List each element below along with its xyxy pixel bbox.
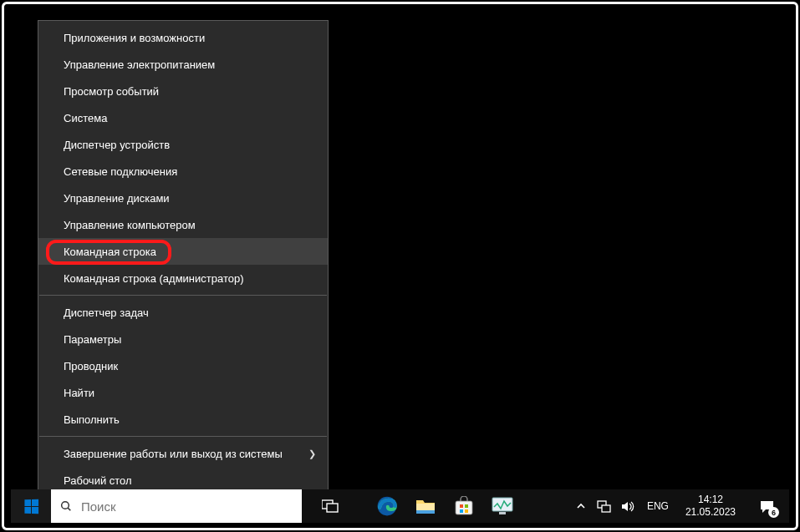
menu-item-label: Командная строка (администратор) [64, 272, 244, 285]
menu-power-options[interactable]: Управление электропитанием [38, 51, 328, 78]
menu-file-explorer[interactable]: Проводник [38, 352, 328, 379]
menu-shutdown-signout[interactable]: Завершение работы или выход из системы ❯ [38, 440, 328, 467]
taskbar-app-explorer[interactable] [407, 489, 444, 523]
menu-item-label: Система [64, 112, 107, 124]
menu-command-prompt[interactable]: Командная строка [38, 238, 328, 265]
menu-item-label: Сетевые подключения [64, 165, 177, 178]
menu-item-label: Параметры [64, 333, 121, 346]
menu-network-connections[interactable]: Сетевые подключения [38, 158, 328, 185]
menu-search[interactable]: Найти [38, 379, 328, 406]
menu-separator [39, 295, 327, 296]
menu-item-label: Проводник [64, 360, 118, 372]
search-icon [59, 499, 73, 513]
chevron-right-icon: ❯ [308, 448, 316, 459]
svg-rect-10 [460, 509, 463, 513]
menu-computer-management[interactable]: Управление компьютером [38, 211, 328, 238]
menu-item-label: Диспетчер задач [64, 307, 149, 319]
windows-logo-icon [24, 499, 38, 514]
network-icon [597, 499, 611, 514]
menu-item-label: Диспетчер устройств [64, 139, 170, 151]
taskbar-app-monitor[interactable] [484, 489, 521, 523]
svg-rect-3 [327, 504, 338, 512]
task-view-icon [322, 499, 339, 513]
clock-time: 14:12 [685, 494, 736, 506]
tray-chevron-up[interactable] [573, 499, 589, 514]
system-tray: ENG 14:12 21.05.2023 6 [573, 489, 789, 523]
start-button[interactable] [11, 489, 51, 523]
svg-line-1 [68, 508, 70, 510]
menu-separator [39, 436, 327, 437]
volume-icon [620, 499, 634, 514]
menu-item-label: Приложения и возможности [64, 32, 205, 44]
svg-rect-7 [456, 501, 472, 514]
svg-rect-6 [416, 510, 435, 514]
tray-language[interactable]: ENG [644, 500, 672, 512]
menu-item-label: Управление электропитанием [64, 58, 215, 71]
svg-rect-8 [460, 504, 463, 508]
menu-item-label: Найти [64, 387, 94, 399]
menu-item-label: Командная строка [64, 246, 156, 258]
menu-event-viewer[interactable]: Просмотр событий [38, 78, 328, 104]
taskbar-app-edge[interactable] [369, 489, 405, 523]
tray-clock[interactable]: 14:12 21.05.2023 [680, 494, 741, 519]
screenshot-frame: Приложения и возможности Управление элек… [2, 2, 798, 530]
winx-context-menu: Приложения и возможности Управление элек… [38, 20, 329, 498]
menu-disk-management[interactable]: Управление дисками [38, 185, 328, 211]
svg-point-0 [62, 502, 69, 509]
tray-volume[interactable] [620, 499, 635, 514]
svg-rect-15 [602, 505, 610, 512]
folder-icon [415, 497, 436, 515]
menu-item-label: Просмотр событий [64, 85, 159, 98]
svg-rect-11 [465, 509, 468, 513]
taskbar-pinned-apps [312, 489, 521, 523]
menu-device-manager[interactable]: Диспетчер устройств [38, 131, 328, 158]
edge-icon [376, 495, 398, 517]
menu-item-label: Рабочий стол [64, 474, 132, 487]
tray-network[interactable] [597, 499, 612, 514]
menu-run[interactable]: Выполнить [38, 406, 328, 433]
svg-rect-9 [465, 504, 468, 508]
svg-rect-13 [499, 512, 506, 514]
clock-date: 21.05.2023 [685, 506, 736, 519]
task-view-button[interactable] [312, 489, 349, 523]
tray-notifications[interactable]: 6 [749, 489, 784, 523]
menu-apps-features[interactable]: Приложения и возможности [38, 24, 328, 51]
menu-item-label: Завершение работы или выход из системы [64, 448, 283, 460]
store-icon [454, 496, 474, 516]
monitor-icon [492, 497, 513, 515]
menu-task-manager[interactable]: Диспетчер задач [38, 299, 328, 326]
taskbar-app-store[interactable] [446, 489, 482, 523]
menu-item-label: Управление дисками [64, 192, 170, 205]
menu-item-label: Управление компьютером [64, 219, 196, 231]
menu-system[interactable]: Система [38, 104, 328, 131]
taskbar-search[interactable] [51, 489, 302, 523]
menu-settings[interactable]: Параметры [38, 326, 328, 352]
menu-item-label: Выполнить [64, 413, 120, 426]
chevron-up-icon [576, 501, 586, 511]
search-input[interactable] [81, 499, 293, 514]
notification-badge: 6 [768, 507, 779, 518]
menu-command-prompt-admin[interactable]: Командная строка (администратор) [38, 265, 328, 291]
taskbar: ENG 14:12 21.05.2023 6 [11, 489, 789, 523]
